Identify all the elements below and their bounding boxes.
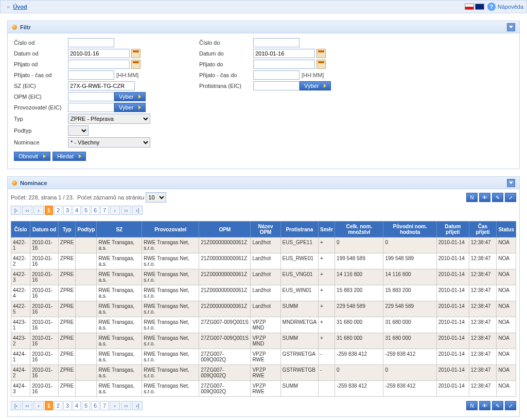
tool-expand-icon[interactable]: ⤢ <box>505 193 516 202</box>
page-next2-button[interactable]: ›› <box>121 401 131 410</box>
page-number-button[interactable]: 7 <box>100 401 109 410</box>
table-header[interactable]: Provozovatel <box>142 222 199 238</box>
collapse-icon[interactable] <box>507 179 515 187</box>
obnovit-button[interactable]: Obnovit <box>14 152 50 161</box>
table-header[interactable]: Celk. nom. množství <box>335 222 383 238</box>
page-number-button[interactable]: 4 <box>73 206 81 215</box>
lbl-prijato-od: Přijato od <box>14 61 68 67</box>
page-next-button[interactable]: › <box>110 401 120 410</box>
page-number-button[interactable]: 3 <box>63 401 72 410</box>
page-prev2-button[interactable]: ‹‹ <box>22 401 32 410</box>
table-row[interactable]: 4423-22010-01-16ZPRERWE Transgas, a.s.RW… <box>11 333 516 349</box>
page-next-button[interactable]: › <box>110 206 120 215</box>
tool-view-icon[interactable]: 👁 <box>479 401 490 410</box>
table-header[interactable]: Datum přijetí <box>436 222 469 238</box>
page-first-button[interactable]: |‹ <box>11 401 21 410</box>
table-cell: 27ZG007-009Q001S <box>199 333 251 349</box>
page-number-button[interactable]: 1 <box>45 401 53 410</box>
table-row[interactable]: 4422-32010-01-16ZPRERWE Transgas, a.s.RW… <box>11 269 516 285</box>
per-page-select[interactable]: 10 <box>146 192 166 203</box>
help-button[interactable]: ? Nápověda <box>487 3 523 11</box>
table-header[interactable]: OPM <box>199 222 251 238</box>
table-cell: GSTRWETGA <box>280 349 318 365</box>
tool-edit-icon[interactable]: ✎ <box>492 401 503 410</box>
prijato-cas-do-input[interactable] <box>253 70 300 80</box>
table-header[interactable]: Číslo <box>11 222 30 238</box>
collapse-icon[interactable] <box>507 23 515 31</box>
datum-do-input[interactable] <box>253 49 315 58</box>
calendar-icon[interactable] <box>317 49 326 58</box>
vyber-opm-button[interactable]: Vyber <box>114 92 146 101</box>
prijato-do-input[interactable] <box>253 60 315 69</box>
breadcrumb-home[interactable]: Úvod <box>13 4 27 10</box>
page-number-button[interactable]: 6 <box>91 401 99 410</box>
podtyp-select[interactable] <box>68 125 89 136</box>
nominace-select[interactable]: * - Všechny <box>68 137 150 148</box>
table-header[interactable]: Status <box>497 222 516 238</box>
tool-n-icon[interactable]: N <box>466 193 478 202</box>
datum-od-input[interactable] <box>68 49 130 58</box>
flag-uk-icon[interactable] <box>475 4 484 10</box>
table-cell: 2010-01-16 <box>30 317 59 333</box>
tool-view-icon[interactable]: 👁 <box>479 193 490 202</box>
page-prev2-button[interactable]: ‹‹ <box>22 206 32 215</box>
table-cell: NOA <box>497 253 516 269</box>
cislo-od-input[interactable] <box>68 38 114 47</box>
calendar-icon[interactable] <box>317 60 326 69</box>
page-prev-button[interactable]: ‹ <box>33 401 44 410</box>
page-number-button[interactable]: 5 <box>82 401 90 410</box>
table-cell: 12:38:47 <box>469 349 497 365</box>
tool-edit-icon[interactable]: ✎ <box>492 193 503 202</box>
sz-input[interactable] <box>68 81 135 90</box>
page-number-button[interactable]: 6 <box>91 206 99 215</box>
protistrana-input[interactable] <box>253 81 300 90</box>
table-header[interactable]: Směr <box>319 222 335 238</box>
page-first-button[interactable]: |‹ <box>11 206 21 215</box>
table-row[interactable]: 4422-52010-01-16ZPRERWE Transgas, a.s.RW… <box>11 301 516 317</box>
tool-expand-icon[interactable]: ⤢ <box>505 401 516 410</box>
table-header[interactable]: Původní nom. hodnota <box>383 222 436 238</box>
table-row[interactable]: 4424-32010-01-16ZPRERWE Transgas, a.s.RW… <box>11 381 516 397</box>
table-row[interactable]: 4424-22010-01-16ZPRERWE Transgas, a.s.RW… <box>11 365 516 381</box>
calendar-icon[interactable] <box>131 60 140 69</box>
page-number-button[interactable]: 7 <box>100 206 109 215</box>
table-cell: 2010-01-16 <box>30 301 59 317</box>
table-header[interactable]: Podtyp <box>76 222 97 238</box>
table-header[interactable]: Datum od <box>30 222 59 238</box>
opm-input[interactable] <box>68 92 114 101</box>
page-number-button[interactable]: 2 <box>54 401 62 410</box>
page-next2-button[interactable]: ›› <box>121 206 131 215</box>
table-cell: 4422-3 <box>11 269 30 285</box>
table-row[interactable]: 4422-42010-01-16ZPRERWE Transgas, a.s.RW… <box>11 285 516 301</box>
page-number-button[interactable]: 2 <box>54 206 62 215</box>
tool-n-icon[interactable]: N <box>466 401 478 410</box>
page-last-button[interactable]: ›| <box>132 401 143 410</box>
table-row[interactable]: 4424-12010-01-16ZPRERWE Transgas, a.s.RW… <box>11 349 516 365</box>
page-number-button[interactable]: 5 <box>82 206 90 215</box>
table-header[interactable]: Čas přijetí <box>469 222 497 238</box>
table-cell: -259 838 412 <box>383 349 436 365</box>
table-cell: 27ZG007-009Q002Q <box>199 365 251 381</box>
table-row[interactable]: 4422-22010-01-16ZPRERWE Transgas, a.s.RW… <box>11 253 516 269</box>
table-row[interactable]: 4423-12010-01-16ZPRERWE Transgas, a.s.RW… <box>11 317 516 333</box>
table-header[interactable]: Název OPM <box>251 222 280 238</box>
table-header[interactable]: Protistrana <box>280 222 318 238</box>
hledat-button[interactable]: Hledat <box>52 152 86 161</box>
provozovatel-input[interactable] <box>68 103 114 112</box>
table-header[interactable]: SZ <box>97 222 142 238</box>
prijato-od-input[interactable] <box>68 60 130 69</box>
prijato-cas-od-input[interactable] <box>68 70 114 80</box>
table-row[interactable]: 4422-12010-01-16ZPRERWE Transgas, a.s.RW… <box>11 238 516 253</box>
vyber-protistrana-button[interactable]: Vyber <box>300 81 331 90</box>
typ-select[interactable]: ZPRE - Přeprava <box>68 114 150 124</box>
page-last-button[interactable]: ›| <box>132 206 143 215</box>
cislo-do-input[interactable] <box>253 38 300 47</box>
page-number-button[interactable]: 3 <box>63 206 72 215</box>
page-number-button[interactable]: 4 <box>73 401 81 410</box>
calendar-icon[interactable] <box>131 49 140 58</box>
flag-cz-icon[interactable] <box>465 4 474 10</box>
page-prev-button[interactable]: ‹ <box>33 206 44 215</box>
table-header[interactable]: Typ <box>58 222 76 238</box>
page-number-button[interactable]: 1 <box>45 206 53 215</box>
vyber-provozovatel-button[interactable]: Vyber <box>114 103 146 112</box>
